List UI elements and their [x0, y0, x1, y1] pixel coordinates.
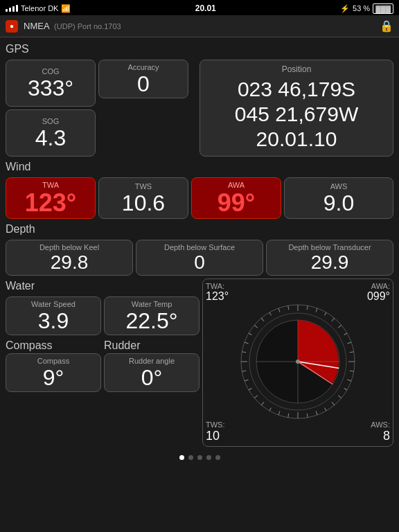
svg-line-34	[254, 325, 258, 328]
twa-value: 123°	[25, 190, 76, 215]
app-icon: ●	[6, 20, 18, 33]
rudder-card: Rudder angle 0°	[104, 353, 200, 392]
twa-card: TWA 123°	[6, 177, 96, 219]
compass-top-labels: TWA: 123° AWA: 099°	[206, 282, 390, 303]
depth-surface-label: Depth below Surface	[164, 243, 235, 251]
tws-label: TWS	[135, 182, 152, 190]
svg-line-6	[344, 389, 347, 391]
sog-label: SOG	[42, 117, 59, 125]
cog-card: COG 333°	[6, 60, 96, 107]
battery-percent: 53 %	[353, 4, 370, 12]
wind-section-label: Wind	[6, 161, 393, 173]
wifi-icon: 📶	[61, 4, 71, 13]
awa-section: AWA: 099°	[367, 282, 390, 303]
tws-widget-value: 10	[206, 429, 225, 443]
dot-2[interactable]	[188, 455, 193, 460]
depth-transducer-label: Depth below Transducer	[288, 243, 371, 251]
wind-row: TWA 123° TWS 10.6 AWA 99° AWS 9.0	[6, 177, 393, 219]
svg-line-10	[249, 389, 251, 391]
water-temp-card: Water Temp 22.5°	[104, 296, 200, 335]
water-speed-card: Water Speed 3.9	[6, 296, 101, 335]
svg-line-21	[347, 380, 351, 381]
water-row: Water Speed 3.9 Water Temp 22.5°	[6, 296, 200, 335]
gps-row: COG 333° SOG 4.3 Accuracy 0 Position 023…	[6, 60, 393, 157]
rudder-label: Rudder angle	[129, 357, 175, 365]
svg-line-24	[316, 411, 317, 415]
svg-line-22	[338, 396, 342, 398]
position-card: Position 023 46,179S 045 21,679W 20.01.1…	[200, 60, 393, 157]
compass-value: 9°	[43, 366, 64, 389]
svg-line-36	[278, 308, 280, 312]
svg-line-32	[242, 352, 246, 353]
gps-section-label: GPS	[6, 43, 393, 55]
svg-line-28	[261, 402, 264, 405]
water-temp-value: 22.5°	[125, 310, 177, 332]
gps-col-left: COG 333° SOG 4.3	[6, 60, 96, 157]
depth-section-label: Depth	[6, 223, 393, 236]
twa-widget-value: 123°	[206, 290, 229, 303]
svg-line-35	[261, 318, 264, 321]
svg-point-43	[296, 360, 300, 364]
svg-line-14	[307, 305, 308, 310]
compass-circle	[239, 303, 357, 420]
svg-line-37	[288, 305, 289, 310]
accuracy-value: 0	[137, 73, 150, 95]
svg-line-12	[249, 333, 251, 335]
sog-card: SOG 4.3	[6, 109, 96, 157]
status-time: 20.01	[195, 3, 216, 13]
svg-line-17	[338, 325, 342, 328]
awa-card: AWA 99°	[191, 177, 281, 219]
awa-value: 99°	[218, 190, 255, 215]
dot-4[interactable]	[206, 455, 211, 460]
status-left: Telenor DK 📶	[6, 4, 71, 13]
water-speed-label: Water Speed	[31, 300, 76, 308]
rudder-section-label: Rudder	[104, 339, 200, 352]
cog-label: COG	[42, 67, 59, 76]
carrier-name: Telenor DK	[21, 4, 58, 12]
aws-value: 9.0	[323, 192, 354, 214]
dot-1[interactable]	[179, 455, 184, 460]
position-line3: 20.01.10	[256, 127, 337, 152]
svg-line-19	[350, 352, 354, 353]
svg-line-26	[288, 414, 289, 418]
svg-line-25	[307, 414, 308, 418]
accuracy-label: Accuracy	[127, 63, 159, 71]
svg-line-15	[316, 308, 317, 312]
dot-5[interactable]	[215, 455, 220, 460]
depth-transducer-card: Depth below Transducer 29.9	[266, 240, 393, 276]
svg-line-31	[242, 371, 246, 371]
dot-3[interactable]	[197, 455, 202, 460]
svg-line-9	[269, 408, 272, 411]
svg-line-23	[332, 402, 335, 405]
depth-keel-label: Depth below Keel	[39, 243, 99, 251]
aws-card: AWS 9.0	[284, 177, 393, 219]
compass-widget: TWA: 123° AWA: 099°	[202, 278, 393, 447]
depth-transducer-value: 29.9	[311, 253, 349, 272]
tws-widget-label: TWS:	[206, 420, 225, 429]
depth-keel-value: 29.8	[51, 253, 89, 272]
awa-widget-value: 099°	[367, 290, 390, 303]
svg-line-3	[325, 312, 327, 315]
signal-dots	[6, 5, 18, 12]
twa-widget-label: TWA:	[206, 282, 229, 290]
svg-line-30	[245, 380, 249, 381]
position-line1: 023 46,179S	[238, 77, 355, 102]
aws-widget-label: AWS:	[371, 420, 390, 429]
svg-line-29	[254, 396, 258, 398]
position-label: Position	[282, 64, 312, 74]
tws-card: TWS 10.6	[98, 177, 188, 219]
lock-icon: 🔒	[380, 19, 393, 33]
depth-surface-value: 0	[194, 253, 205, 272]
tws-section: TWS: 10	[206, 420, 225, 443]
status-right: ⚡ 53 % ▓▓▓	[340, 3, 393, 14]
bluetooth-icon: ⚡	[340, 4, 350, 13]
main-content: GPS COG 333° SOG 4.3 Accuracy 0 Position…	[0, 37, 399, 451]
svg-line-18	[347, 342, 351, 344]
app-name: NMEA (UDP) Port no.1703	[24, 21, 121, 31]
compass-card: Compass 9°	[6, 353, 101, 392]
sog-value: 4.3	[35, 127, 66, 149]
compass-svg	[239, 303, 357, 420]
compass-section-label: Compass	[6, 339, 101, 352]
aws-section: AWS: 8	[371, 420, 390, 443]
aws-label: AWS	[330, 182, 348, 190]
